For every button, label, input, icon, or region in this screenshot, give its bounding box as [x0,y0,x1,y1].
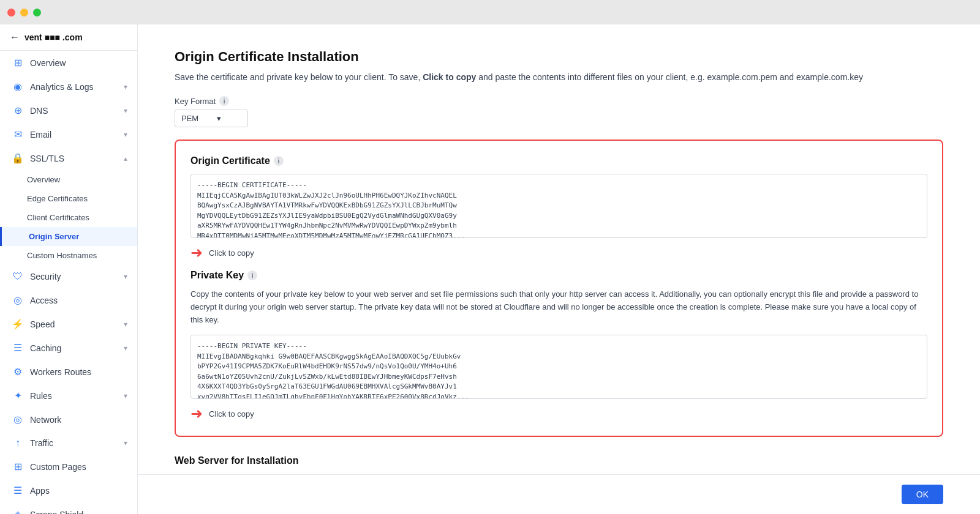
origin-cert-title: Origin Certificate i [190,155,927,166]
network-icon: ◎ [12,414,24,425]
ssl-icon: 🔒 [12,152,24,164]
sidebar-item-rules[interactable]: ✦ Rules ▾ [0,384,137,408]
close-button[interactable] [7,9,15,17]
sub-item-label: Origin Server [29,232,79,241]
page-title: Origin Certificate Installation [175,49,943,65]
sidebar-item-analytics-logs[interactable]: ◉ Analytics & Logs ▾ [0,75,137,99]
key-format-select[interactable]: PEM ▾ [175,110,248,127]
ok-button[interactable]: OK [902,485,943,504]
sidebar-item-label: Access [30,296,58,305]
sidebar-item-label: Rules [30,391,52,401]
chevron-down-icon: ▾ [124,439,127,447]
certificate-box: Origin Certificate i ➜ Click to copy Pri… [175,140,943,437]
sidebar-item-caching[interactable]: ☰ Caching ▾ [0,336,137,360]
main-content: Origin Certificate Installation Save the… [138,24,980,474]
sidebar-item-label: Email [30,130,51,140]
maximize-button[interactable] [33,9,41,17]
private-key-description: Copy the contents of your private key be… [190,288,927,326]
sidebar-item-custom-pages[interactable]: ⊞ Custom Pages [0,455,137,479]
sidebar-item-label: DNS [30,106,48,116]
domain-label: vent ■■■ .com [24,32,83,42]
private-key-title: Private Key i [190,270,927,281]
sidebar-item-overview[interactable]: ⊞ Overview [0,51,137,75]
sidebar-item-security[interactable]: 🛡 Security ▾ [0,265,137,288]
private-key-copy-button[interactable]: Click to copy [209,409,254,419]
origin-cert-section: Origin Certificate i ➜ Click to copy [190,155,927,260]
sidebar-item-label: Traffic [30,438,53,448]
sidebar-item-label: Network [30,415,61,425]
sidebar-item-ssl-tls[interactable]: 🔒 SSL/TLS ▴ [0,146,137,170]
sidebar-item-traffic[interactable]: ↑ Traffic ▾ [0,431,137,455]
sidebar-item-label: Caching [30,343,61,353]
chevron-down-icon: ▾ [124,130,127,139]
sidebar-item-dns[interactable]: ⊕ DNS ▾ [0,99,137,122]
key-format-value: PEM [181,114,198,123]
desc-part1: Save the certificate and private key bel… [175,72,420,82]
arrow-right-icon: ➜ [190,245,203,260]
key-format-label: Key Format i [175,96,943,106]
page-description: Save the certificate and private key bel… [175,71,943,84]
custom-pages-icon: ⊞ [12,461,24,472]
sidebar: ← vent ■■■ .com ⊞ Overview ◉ Analytics &… [0,24,138,514]
desc-part2: and paste the contents into different fi… [478,72,863,82]
sidebar-item-label: SSL/TLS [30,154,64,163]
sidebar-item-label: Speed [30,319,55,329]
sidebar-item-label: Scrape Shield [30,510,83,515]
chevron-down-icon: ▾ [124,392,127,400]
sidebar-item-client-certificates[interactable]: Client Certificates [0,208,137,227]
sidebar-item-custom-hostnames[interactable]: Custom Hostnames [0,246,137,265]
main-area: Origin Certificate Installation Save the… [138,24,980,514]
sidebar-item-label: Custom Pages [30,462,86,472]
sidebar-item-edge-certificates[interactable]: Edge Certificates [0,189,137,208]
speed-icon: ⚡ [12,318,24,330]
sidebar-item-speed[interactable]: ⚡ Speed ▾ [0,312,137,336]
sidebar-item-label: Workers Routes [30,367,91,377]
arrow-right-icon: ➜ [190,406,203,421]
key-format-section: Key Format i PEM ▾ [175,96,943,127]
sidebar-item-label: Analytics & Logs [30,82,94,92]
overview-icon: ⊞ [12,57,24,69]
chevron-down-icon: ▾ [124,272,127,281]
private-key-info-icon[interactable]: i [247,270,257,280]
sub-item-label: Overview [27,175,60,184]
sidebar-item-scrape-shield[interactable]: ◈ Scrape Shield [0,502,137,514]
sidebar-item-label: Apps [30,486,50,496]
sub-item-label: Client Certificates [27,213,89,222]
email-icon: ✉ [12,128,24,140]
desc-bold: Click to copy [423,72,476,82]
traffic-icon: ↑ [12,438,24,449]
key-format-info-icon[interactable]: i [219,96,229,106]
private-key-textarea[interactable] [190,335,927,399]
sidebar-item-access[interactable]: ◎ Access [0,288,137,312]
rules-icon: ✦ [12,390,24,401]
private-key-copy-row: ➜ Click to copy [190,406,927,421]
access-icon: ◎ [12,294,24,306]
chevron-down-icon: ▾ [124,320,127,329]
sidebar-item-origin-server[interactable]: Origin Server [0,227,137,246]
sidebar-item-label: Overview [30,58,66,68]
sidebar-item-email[interactable]: ✉ Email ▾ [0,122,137,146]
ok-button-wrapper: OK [138,474,980,514]
minimize-button[interactable] [20,9,28,17]
origin-cert-info-icon[interactable]: i [274,156,284,166]
security-icon: 🛡 [12,271,24,282]
apps-icon: ☰ [12,485,24,496]
chevron-down-icon: ▾ [124,344,127,352]
workers-icon: ⚙ [12,366,24,378]
sidebar-top: ← vent ■■■ .com [0,24,137,51]
back-button[interactable]: ← [10,32,20,43]
sidebar-item-apps[interactable]: ☰ Apps [0,479,137,502]
origin-cert-textarea[interactable] [190,174,927,238]
sidebar-item-label: Security [30,272,61,281]
web-server-title: Web Server for Installation [175,455,943,466]
origin-cert-copy-row: ➜ Click to copy [190,245,927,260]
chevron-down-icon: ▾ [124,83,127,91]
dropdown-chevron-icon: ▾ [217,114,221,123]
private-key-section: Private Key i Copy the contents of your … [190,270,927,421]
sidebar-item-network[interactable]: ◎ Network [0,408,137,431]
sub-item-label: Edge Certificates [27,194,88,203]
sidebar-item-overview-ssl[interactable]: Overview [0,170,137,189]
origin-cert-copy-button[interactable]: Click to copy [209,248,254,258]
dns-icon: ⊕ [12,105,24,116]
sidebar-item-workers-routes[interactable]: ⚙ Workers Routes [0,360,137,384]
